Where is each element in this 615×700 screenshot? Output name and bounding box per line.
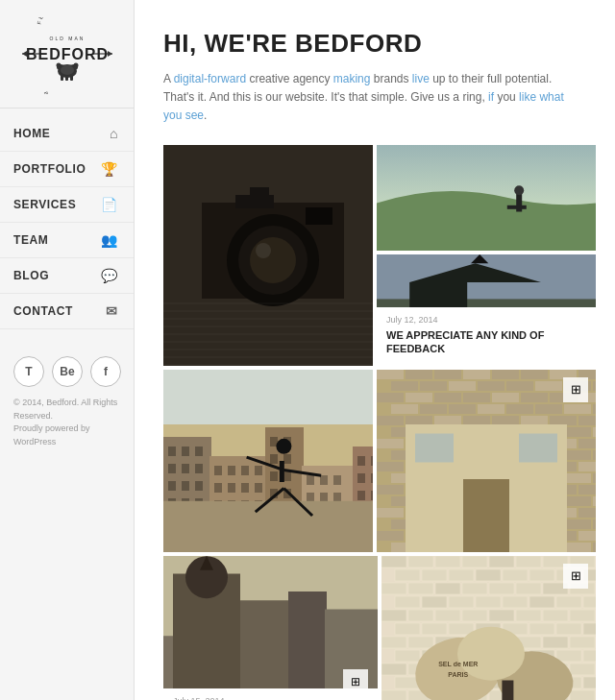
svg-point-10	[56, 63, 61, 68]
social-links: T Be f	[0, 339, 135, 397]
svg-text:FEEL THE HEAT: FEEL THE HEAT	[36, 17, 93, 25]
svg-point-12	[61, 65, 74, 75]
comments-card: ⊞ July 15, 2014 POST WITH TONS OF COMMEN…	[163, 688, 378, 700]
sidebar: FEEL THE HEAT OLD MAN BEDFORD	[0, 0, 135, 700]
svg-text:OLD MAN: OLD MAN	[49, 36, 85, 41]
sidebar-item-team[interactable]: TEAM 👥	[0, 223, 134, 258]
team-icon: 👥	[101, 232, 118, 248]
comments-date: July 15, 2014	[173, 696, 368, 700]
nav-services-label: SERVICES	[13, 198, 76, 211]
main-content: HI, WE'RE BEDFORD A digital-forward crea…	[135, 0, 615, 700]
field-photo[interactable]	[377, 145, 596, 251]
svg-text:BEDFORD: BEDFORD	[25, 46, 108, 62]
salt-photo-area[interactable]: ⊞	[381, 556, 596, 700]
expand-icon-salt[interactable]: ⊞	[563, 564, 588, 589]
expand-icon-market[interactable]: ⊞	[563, 377, 588, 402]
nav-menu: HOME ⌂ PORTFOLIO 🏆 SERVICES 📄 TEAM 👥 BLO…	[0, 116, 134, 329]
nav-home-label: HOME	[13, 127, 50, 140]
home-icon: ⌂	[110, 126, 118, 141]
svg-text:BROOKLYN NYC: BROOKLYN NYC	[42, 91, 87, 94]
intro-link-if[interactable]: if	[488, 90, 494, 104]
svg-rect-15	[70, 75, 73, 81]
file-icon: 📄	[101, 197, 118, 212]
top-right-column: July 12, 2014 WE APPRECIATE ANY KIND OF …	[377, 145, 596, 366]
church-photo[interactable]: July 12, 2014 WE APPRECIATE ANY KIND OF …	[377, 254, 596, 366]
logo-area: FEEL THE HEAT OLD MAN BEDFORD	[0, 0, 134, 109]
nav-contact-label: CONTACT	[13, 304, 73, 318]
row3-grid: ⊞ July 15, 2014 POST WITH TONS OF COMMEN…	[163, 556, 596, 700]
copyright-text: © 2014, Bedford. All Rights Reserved.	[13, 397, 120, 422]
intro-link-making[interactable]: making	[333, 72, 371, 85]
nav-team-label: TEAM	[13, 233, 48, 247]
sidebar-item-portfolio[interactable]: PORTFOLIO 🏆	[0, 152, 134, 187]
intro-link-digital[interactable]: digital-forward	[174, 72, 246, 85]
sidebar-item-services[interactable]: SERVICES 📄	[0, 187, 134, 223]
facebook-button[interactable]: f	[90, 356, 121, 387]
feedback-title: WE APPRECIATE ANY KIND OF FEEDBACK	[386, 328, 586, 356]
svg-rect-14	[65, 75, 68, 81]
feedback-card: July 12, 2014 WE APPRECIATE ANY KIND OF …	[377, 307, 596, 366]
intro-link-live[interactable]: live	[412, 72, 430, 85]
nav-portfolio-label: PORTFOLIO	[13, 162, 86, 176]
city-photo-area[interactable]: ⊞ July 15, 2014 POST WITH TONS OF COMMEN…	[163, 556, 378, 700]
market-photo[interactable]: ⊞	[377, 370, 596, 552]
logo-svg: FEEL THE HEAT OLD MAN BEDFORD	[14, 17, 120, 94]
sidebar-item-blog[interactable]: BLOG 💬	[0, 258, 134, 294]
page-title: HI, WE'RE BEDFORD	[163, 29, 596, 59]
mail-icon: ✉	[106, 303, 118, 319]
footer-text: © 2014, Bedford. All Rights Reserved. Pr…	[0, 397, 134, 462]
powered-text: Proudly powered by WordPress	[13, 422, 120, 448]
jump-photo[interactable]	[163, 370, 373, 552]
intro-link-like[interactable]: like what you see	[163, 90, 564, 122]
trophy-icon: 🏆	[101, 161, 118, 177]
behance-button[interactable]: Be	[52, 356, 83, 387]
intro-text: A digital-forward creative agency making…	[163, 70, 577, 126]
twitter-button[interactable]: T	[13, 356, 44, 387]
svg-rect-13	[61, 75, 63, 81]
camera-photo[interactable]	[163, 145, 373, 366]
svg-point-11	[73, 63, 78, 68]
sidebar-item-contact[interactable]: CONTACT ✉	[0, 294, 134, 329]
expand-icon-city[interactable]: ⊞	[343, 669, 368, 694]
feedback-date: July 12, 2014	[386, 315, 586, 325]
photo-grid: July 12, 2014 WE APPRECIATE ANY KIND OF …	[163, 145, 596, 700]
chat-icon: 💬	[101, 268, 118, 283]
sidebar-item-home[interactable]: HOME ⌂	[0, 116, 134, 152]
nav-blog-label: BLOG	[13, 269, 49, 282]
